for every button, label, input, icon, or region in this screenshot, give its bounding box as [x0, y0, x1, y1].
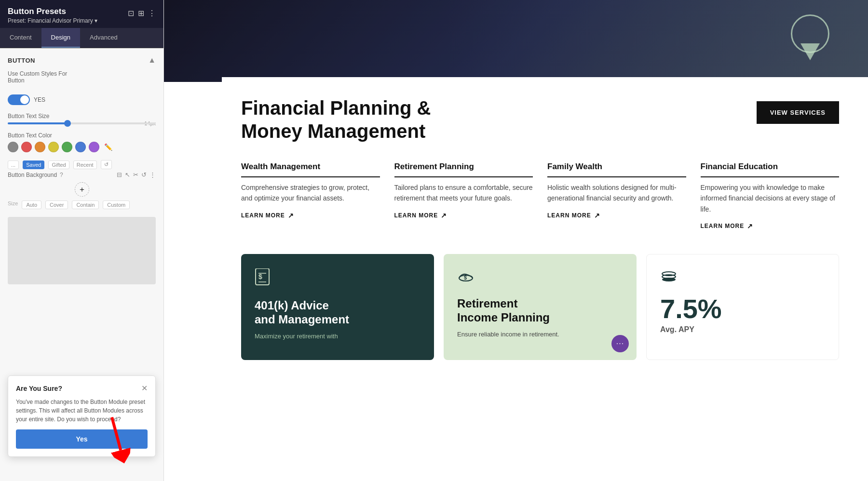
tab-content[interactable]: Content	[0, 28, 41, 48]
reset-btn[interactable]: ↺	[101, 160, 112, 169]
service-card-title-wealth: Wealth Management	[241, 162, 380, 177]
learn-more-wealth[interactable]: LEARN MORE ↗	[241, 212, 380, 219]
color-swatch-orange[interactable]	[35, 142, 45, 152]
tab-advanced[interactable]: Advanced	[80, 28, 127, 48]
color-swatch-blue[interactable]	[75, 142, 86, 152]
color-swatch-gray[interactable]	[8, 142, 18, 152]
panel-tabs: Content Design Advanced	[0, 28, 163, 48]
service-card-retirement: Retirement Planning Tailored plans to en…	[394, 162, 533, 230]
purple-avatar: ···	[611, 335, 629, 352]
learn-more-family[interactable]: LEARN MORE ↗	[547, 212, 686, 219]
color-swatch-red[interactable]	[21, 142, 32, 152]
right-content: Financial Planning &Money Management VIE…	[164, 0, 868, 481]
color-swatches: ✏️	[8, 142, 156, 152]
section-collapse-icon[interactable]: ▲	[148, 56, 156, 65]
heading-row: Financial Planning &Money Management VIE…	[241, 96, 839, 143]
bg-label-row: Button Background ? ⊟ ↖ ✂ ↺ ⋮	[8, 171, 156, 178]
section-title: Button	[8, 57, 35, 64]
service-card-text-education: Empowering you with knowledge to make in…	[701, 182, 840, 214]
confirm-text: You've made changes to the Button Module…	[16, 398, 148, 424]
bottom-card-stat: 7.5% Avg. APY	[646, 254, 839, 360]
bg-cut-icon[interactable]: ✂	[133, 171, 138, 178]
color-swatch-green[interactable]	[62, 142, 72, 152]
slider-track[interactable]	[8, 122, 156, 124]
tab-design[interactable]: Design	[41, 28, 80, 48]
big-label: Avg. APY	[660, 325, 825, 334]
service-card-title-retirement: Retirement Planning	[394, 162, 533, 177]
slider-fill	[8, 122, 67, 124]
bg-size-label: Size	[8, 200, 18, 209]
fullscreen-icon[interactable]: ⊡	[128, 9, 134, 18]
confirm-close-icon[interactable]: ✕	[141, 384, 148, 393]
left-panel: Button Presets Preset: Financial Advisor…	[0, 0, 164, 481]
saved-btn[interactable]: Saved	[23, 160, 44, 169]
bg-icons: ⊟ ↖ ✂ ↺ ⋮	[117, 171, 156, 178]
income-text: Ensure reliable income in retirement.	[457, 330, 623, 340]
bg-label: Button Background	[8, 172, 57, 178]
color-picker-icon[interactable]: ✏️	[104, 143, 112, 151]
401k-icon: $	[255, 268, 420, 289]
bottom-card-income: $ RetirementIncome Planning Ensure relia…	[444, 254, 637, 360]
income-icon: $	[457, 268, 623, 287]
bg-question-icon[interactable]: ?	[60, 172, 63, 178]
bg-cursor-icon[interactable]: ↖	[125, 171, 130, 178]
color-label: Button Text Color	[8, 132, 156, 139]
dots-btn[interactable]: ...	[8, 160, 19, 169]
text-size-slider-row: Button Text Size 14px	[8, 113, 156, 124]
bg-size-custom[interactable]: Custom	[103, 200, 130, 209]
slider-label: Button Text Size	[8, 113, 156, 120]
401k-title: 401(k) Adviceand Management	[255, 299, 420, 327]
toggle-switch-row: YES	[8, 94, 156, 105]
learn-more-retirement[interactable]: LEARN MORE ↗	[394, 212, 533, 219]
recent-btn[interactable]: Recent	[73, 160, 97, 169]
service-card-text-retirement: Tailored plans to ensure a comfortable, …	[394, 182, 533, 204]
arrow-icon-family: ↗	[594, 212, 600, 219]
preview-box	[8, 217, 156, 284]
arrow-icon-education: ↗	[747, 222, 753, 230]
service-card-title-education: Financial Education	[701, 162, 840, 177]
bg-size-row: Size Auto Cover Contain Custom	[8, 200, 156, 209]
color-swatch-yellow[interactable]	[48, 142, 59, 152]
stat-icon	[660, 269, 825, 286]
slider-thumb[interactable]	[64, 120, 71, 127]
service-card-text-family: Holistic wealth solutions designed for m…	[547, 182, 686, 204]
svg-text:$: $	[258, 273, 262, 281]
panel-header-icons: ⊡ ⊞ ⋮	[128, 9, 156, 18]
main-heading: Financial Planning &Money Management	[241, 96, 431, 143]
panel-title: Button Presets	[8, 7, 97, 16]
401k-text: Maximize your retirement with	[255, 332, 420, 342]
bg-size-cover[interactable]: Cover	[45, 200, 68, 209]
bg-size-contain[interactable]: Contain	[72, 200, 99, 209]
bg-circle-btn[interactable]: ＋	[75, 182, 89, 197]
big-number: 7.5%	[660, 295, 825, 322]
service-card-text-wealth: Comprehensive strategies to grow, protec…	[241, 182, 380, 204]
content-box: Financial Planning &Money Management VIE…	[222, 77, 868, 379]
columns-icon[interactable]: ⊞	[138, 9, 144, 18]
toggle-value-label: YES	[34, 96, 45, 103]
panel-header: Button Presets Preset: Financial Advisor…	[0, 0, 163, 28]
hero-section	[164, 0, 868, 82]
bg-undo-icon[interactable]: ↺	[141, 171, 147, 178]
bg-more-icon[interactable]: ⋮	[149, 171, 156, 178]
arrow-icon-wealth: ↗	[288, 212, 294, 219]
text-color-row: Button Text Color ✏️	[8, 132, 156, 152]
svg-rect-2	[256, 268, 269, 285]
bg-section: Button Background ? ⊟ ↖ ✂ ↺ ⋮ ＋ Size Aut…	[8, 171, 156, 209]
bottom-cards: $ 401(k) Adviceand Management Maximize y…	[241, 254, 839, 360]
view-services-button[interactable]: VIEW SERVICES	[757, 101, 839, 124]
arrow-icon-retirement: ↗	[441, 212, 447, 219]
bg-size-auto[interactable]: Auto	[22, 200, 41, 209]
gifted-btn[interactable]: Gifted	[48, 160, 69, 169]
service-card-wealth: Wealth Management Comprehensive strategi…	[241, 162, 380, 230]
color-swatch-purple[interactable]	[89, 142, 99, 152]
confirm-header: Are You Sure? ✕	[16, 384, 148, 393]
service-card-title-family: Family Wealth	[547, 162, 686, 177]
panel-subtitle[interactable]: Preset: Financial Advisor Primary ▾	[8, 17, 97, 24]
bg-layers-icon[interactable]: ⊟	[117, 171, 122, 178]
custom-styles-toggle[interactable]	[8, 94, 30, 105]
service-card-family: Family Wealth Holistic wealth solutions …	[547, 162, 686, 230]
saved-row: ... Saved Gifted Recent ↺	[8, 160, 156, 169]
more-icon[interactable]: ⋮	[148, 9, 156, 18]
learn-more-education[interactable]: LEARN MORE ↗	[701, 222, 840, 230]
svg-text:$: $	[464, 275, 467, 281]
